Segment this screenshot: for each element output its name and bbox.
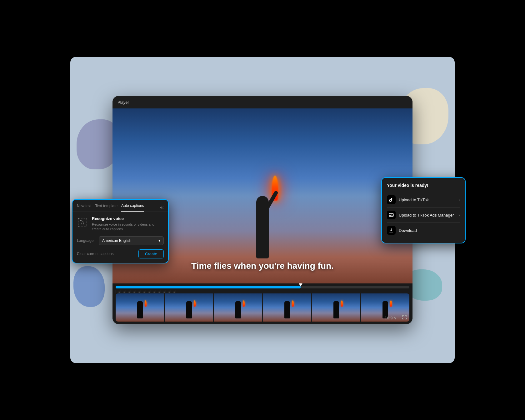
language-value: American English [102,238,131,243]
tiktok-ads-icon: Ads [387,211,396,219]
person-silhouette [244,165,281,258]
player-header: Player [112,96,412,108]
recognize-voice-icon: A [77,217,88,228]
deco-blue [73,266,105,307]
ready-panel: Your video is ready! Upload to TikTok › [381,177,466,243]
upload-tiktok-label: Upload to TikTok [399,198,429,202]
svg-text:Ads: Ads [389,214,393,216]
timeline-track[interactable] [116,286,409,288]
tiktok-icon [387,195,396,204]
thumbnail-strip [116,293,409,322]
recognize-title: Recognize voice [92,216,164,221]
clear-captions-button[interactable]: Clear current captions [77,252,113,256]
recognize-section: A Recognize voice Recognize voice in sou… [77,216,164,232]
recognize-description: Recognize voice in sounds or videos and … [92,222,164,232]
thumb-3 [214,293,262,322]
tab-new-text[interactable]: New text [77,204,92,211]
person-body [256,196,269,258]
tab-auto-captions[interactable]: Auto captions [121,203,144,212]
language-row: Language American English ▾ [77,236,164,245]
player-title: Player [118,100,129,105]
thumb-1 [116,293,164,322]
language-label: Language [77,238,96,243]
captions-body: A Recognize voice Recognize voice in sou… [72,212,168,263]
timeline-area: 16:9 ∨ [112,283,412,324]
timeline-progress [116,286,301,288]
aspect-ratio-badge[interactable]: 16:9 ∨ [385,316,397,320]
tick-marks [112,290,412,293]
language-select[interactable]: American English ▾ [99,236,164,245]
outer-container: Player Time flies when you're having fun… [70,57,455,363]
fullscreen-button[interactable] [401,313,408,321]
upload-tiktok-ads-item[interactable]: Ads Upload to TikTok Ads Manager › [387,208,460,223]
create-button[interactable]: Create [138,249,164,258]
thumb-5 [312,293,360,322]
download-item[interactable]: Download [387,223,460,238]
tabs-arrow: ≪ [160,205,164,210]
ready-title: Your video is ready! [387,183,460,188]
upload-tiktok-ads-label: Upload to TikTok Ads Manager [399,213,454,218]
thumb-4 [263,293,311,322]
thumb-2 [165,293,213,322]
download-icon [387,226,396,235]
download-label: Download [399,228,417,233]
recognize-text: Recognize voice Recognize voice in sound… [92,216,164,232]
tiktok-arrow-icon: › [458,197,460,202]
tiktok-ads-arrow-icon: › [458,212,460,218]
upload-tiktok-item[interactable]: Upload to TikTok › [387,192,460,208]
captions-tabs: New text Text template Auto captions ≪ [72,200,168,212]
captions-panel: New text Text template Auto captions ≪ A [72,199,169,263]
player-device: Player Time flies when you're having fun… [112,96,412,324]
actions-row: Clear current captions Create [77,249,164,258]
language-dropdown-icon: ▾ [158,238,160,243]
svg-rect-6 [389,232,393,232]
timeline-marker [298,283,303,287]
tab-text-template[interactable]: Text template [95,204,118,211]
